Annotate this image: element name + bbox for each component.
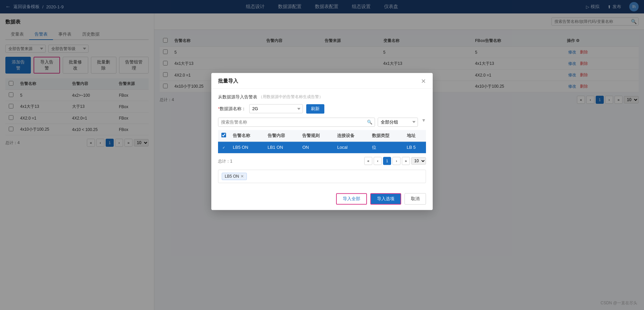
modal-row-name: LB5 ON <box>229 141 264 153</box>
modal-table-row[interactable]: ✓ LB5 ON LB1 ON ON Local 位 LB 5 <box>218 141 426 153</box>
import-selected-button[interactable]: 导入选项 <box>370 193 401 205</box>
selected-tag: LB5 ON ✕ <box>222 173 247 180</box>
modal-col-name: 告警名称 <box>229 130 264 142</box>
datasource-select[interactable]: 2G <box>249 104 303 113</box>
modal-page-next[interactable]: › <box>392 157 400 165</box>
modal-subtitle: 从数据源导入告警表 <box>218 94 257 100</box>
modal-page-size[interactable]: 10 <box>411 157 426 165</box>
modal-row-content: LB1 ON <box>264 141 299 153</box>
modal-row-address: LB 5 <box>404 141 426 153</box>
modal-col-address: 地址 <box>404 130 426 142</box>
modal-row-datatype: 位 <box>369 141 404 153</box>
modal-close-button[interactable]: ✕ <box>421 78 426 85</box>
refresh-button[interactable]: 刷新 <box>306 104 324 114</box>
tags-area: LB5 ON ✕ <box>218 170 426 183</box>
cancel-button[interactable]: 取消 <box>405 193 426 205</box>
modal-select-all[interactable] <box>221 133 226 137</box>
modal-col-datatype: 数据类型 <box>369 130 404 142</box>
modal-pagination: « ‹ 1 › » 10 <box>364 157 426 165</box>
modal-group-select[interactable]: 全部分组 <box>378 118 418 127</box>
modal-col-content: 告警内容 <box>264 130 299 142</box>
modal-title: 批量导入 <box>218 78 238 84</box>
modal-page-prev[interactable]: ‹ <box>374 157 382 165</box>
import-all-button[interactable]: 导入全部 <box>336 193 367 205</box>
source-label: *数据源名称： <box>218 106 246 112</box>
modal-search-icon: 🔍 <box>367 120 372 125</box>
group-dropdown-icon: ▼ <box>421 118 426 127</box>
tag-close-icon[interactable]: ✕ <box>240 174 244 179</box>
modal-total: 总计：1 <box>218 159 232 164</box>
modal-subtitle-hint: （用数据源中的告警名称生成告警） <box>259 94 323 100</box>
modal-col-device: 连接设备 <box>334 130 369 142</box>
modal-col-rule: 告警规则 <box>299 130 334 142</box>
modal-row-device: Local <box>334 141 369 153</box>
modal-header: 批量导入 ✕ <box>211 73 433 89</box>
modal-page-first[interactable]: « <box>364 157 372 165</box>
modal-page-last[interactable]: » <box>402 157 410 165</box>
modal-body: 从数据源导入告警表 （用数据源中的告警名称生成告警） *数据源名称： 2G 刷新… <box>211 89 433 193</box>
batch-import-modal: 批量导入 ✕ 从数据源导入告警表 （用数据源中的告警名称生成告警） *数据源名称… <box>211 73 433 210</box>
modal-footer: 导入全部 导入选项 取消 <box>211 193 433 210</box>
modal-row-rule: ON <box>299 141 334 153</box>
modal-alarm-table: 告警名称 告警内容 告警规则 连接设备 数据类型 地址 ✓ LB5 ON LB1… <box>218 130 426 153</box>
modal-row-checkbox[interactable]: ✓ <box>221 145 226 150</box>
modal-search-input[interactable] <box>218 118 375 127</box>
datasource-form-row: *数据源名称： 2G 刷新 <box>218 104 426 114</box>
modal-page-current[interactable]: 1 <box>383 157 391 165</box>
modal-search-row: 🔍 全部分组 ▼ <box>218 118 426 127</box>
tag-label: LB5 ON <box>225 174 239 179</box>
